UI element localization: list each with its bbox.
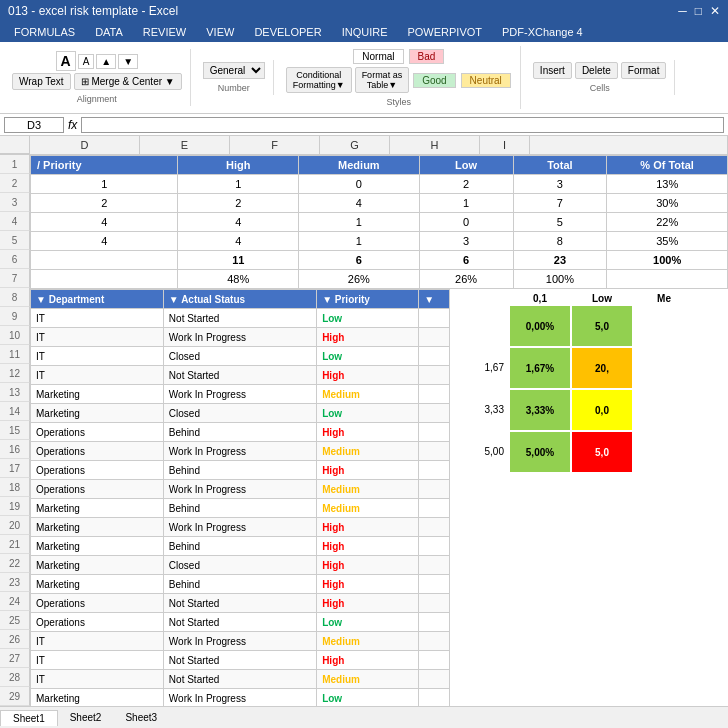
sheet-tab-2[interactable]: Sheet2 <box>58 710 114 725</box>
summary-cell-pct[interactable]: 13% <box>607 175 728 194</box>
list-cell-status[interactable]: Behind <box>163 461 316 480</box>
list-cell-dept[interactable]: IT <box>31 347 164 366</box>
tab-pdfxchange[interactable]: PDF-XChange 4 <box>492 22 593 42</box>
format-as-table-button[interactable]: Format asTable▼ <box>355 67 410 93</box>
sheet-tab-1[interactable]: Sheet1 <box>0 710 58 726</box>
list-cell-priority[interactable]: Medium <box>317 442 419 461</box>
summary-cell-priority[interactable]: 4 <box>31 213 178 232</box>
window-controls[interactable]: ─□✕ <box>678 4 720 18</box>
list-cell-status[interactable]: Behind <box>163 499 316 518</box>
font-increase-btn[interactable]: ▲ <box>96 54 116 69</box>
insert-button[interactable]: Insert <box>533 62 572 79</box>
list-cell-priority[interactable]: High <box>317 575 419 594</box>
style-normal[interactable]: Normal <box>353 49 403 64</box>
merge-center-button[interactable]: ⊞ Merge & Center ▼ <box>74 73 182 90</box>
list-cell-priority[interactable]: Medium <box>317 499 419 518</box>
list-cell-dept[interactable]: Marketing <box>31 518 164 537</box>
list-cell-dept[interactable]: Marketing <box>31 689 164 708</box>
summary-cell-total[interactable]: 3 <box>513 175 607 194</box>
list-cell-priority[interactable]: Low <box>317 404 419 423</box>
wrap-text-button[interactable]: Wrap Text <box>12 73 71 90</box>
style-neutral[interactable]: Neutral <box>461 73 511 88</box>
format-button[interactable]: Format <box>621 62 667 79</box>
list-cell-dept[interactable]: Marketing <box>31 499 164 518</box>
list-cell-status[interactable]: Work In Progress <box>163 480 316 499</box>
list-cell-priority[interactable]: High <box>317 518 419 537</box>
summary-cell-priority[interactable]: 1 <box>31 175 178 194</box>
summary-cell-low[interactable]: 0 <box>419 213 513 232</box>
list-cell-status[interactable]: Work In Progress <box>163 328 316 347</box>
list-cell-dept[interactable]: Operations <box>31 461 164 480</box>
list-cell-status[interactable]: Work In Progress <box>163 442 316 461</box>
style-bad[interactable]: Bad <box>409 49 445 64</box>
list-cell-status[interactable]: Behind <box>163 575 316 594</box>
summary-cell-low[interactable]: 2 <box>419 175 513 194</box>
list-cell-status[interactable]: Closed <box>163 347 316 366</box>
list-cell-status[interactable]: Not Started <box>163 594 316 613</box>
list-cell-status[interactable]: Work In Progress <box>163 632 316 651</box>
list-cell-dept[interactable]: Operations <box>31 613 164 632</box>
tab-developer[interactable]: DEVELOPER <box>244 22 331 42</box>
summary-cell-pct[interactable]: 22% <box>607 213 728 232</box>
list-cell-status[interactable]: Not Started <box>163 670 316 689</box>
list-cell-status[interactable]: Work In Progress <box>163 689 316 708</box>
list-cell-dept[interactable]: Operations <box>31 423 164 442</box>
tab-data[interactable]: DATA <box>85 22 133 42</box>
list-cell-dept[interactable]: Marketing <box>31 575 164 594</box>
list-cell-priority[interactable]: Medium <box>317 632 419 651</box>
summary-cell-total[interactable]: 7 <box>513 194 607 213</box>
list-cell-dept[interactable]: Operations <box>31 442 164 461</box>
list-cell-status[interactable]: Work In Progress <box>163 518 316 537</box>
list-cell-status[interactable]: Not Started <box>163 309 316 328</box>
list-cell-priority[interactable]: High <box>317 328 419 347</box>
sheet-tab-3[interactable]: Sheet3 <box>113 710 169 725</box>
summary-cell-pct[interactable]: 30% <box>607 194 728 213</box>
list-cell-status[interactable]: Work In Progress <box>163 385 316 404</box>
formula-input[interactable] <box>81 117 724 133</box>
list-cell-dept[interactable]: IT <box>31 366 164 385</box>
conditional-formatting-button[interactable]: ConditionalFormatting▼ <box>286 67 352 93</box>
tab-review[interactable]: REVIEW <box>133 22 196 42</box>
summary-cell-pct[interactable]: 35% <box>607 232 728 251</box>
summary-cell-low[interactable]: 1 <box>419 194 513 213</box>
list-cell-priority[interactable]: Medium <box>317 670 419 689</box>
number-format-select[interactable]: General <box>203 62 265 79</box>
list-cell-status[interactable]: Behind <box>163 537 316 556</box>
list-cell-dept[interactable]: Marketing <box>31 385 164 404</box>
style-good[interactable]: Good <box>413 73 455 88</box>
list-cell-status[interactable]: Not Started <box>163 651 316 670</box>
tab-view[interactable]: VIEW <box>196 22 244 42</box>
list-cell-dept[interactable]: Marketing <box>31 556 164 575</box>
list-cell-dept[interactable]: Marketing <box>31 537 164 556</box>
list-cell-status[interactable]: Behind <box>163 423 316 442</box>
tab-powerpivot[interactable]: POWERPIVOT <box>397 22 492 42</box>
list-cell-status[interactable]: Closed <box>163 556 316 575</box>
summary-cell-medium[interactable]: 1 <box>299 232 420 251</box>
list-cell-dept[interactable]: IT <box>31 328 164 347</box>
list-cell-dept[interactable]: Operations <box>31 480 164 499</box>
tab-formulas[interactable]: FORMULAS <box>4 22 85 42</box>
tab-inquire[interactable]: INQUIRE <box>332 22 398 42</box>
list-cell-priority[interactable]: Medium <box>317 385 419 404</box>
list-cell-priority[interactable]: Low <box>317 309 419 328</box>
list-cell-dept[interactable]: IT <box>31 651 164 670</box>
summary-cell-medium[interactable]: 1 <box>299 213 420 232</box>
list-cell-priority[interactable]: High <box>317 651 419 670</box>
summary-cell-high[interactable]: 4 <box>178 232 299 251</box>
summary-cell-medium[interactable]: 0 <box>299 175 420 194</box>
list-cell-priority[interactable]: High <box>317 366 419 385</box>
summary-cell-priority[interactable]: 2 <box>31 194 178 213</box>
list-cell-priority[interactable]: High <box>317 461 419 480</box>
list-cell-priority[interactable]: High <box>317 556 419 575</box>
summary-cell-total[interactable]: 8 <box>513 232 607 251</box>
list-cell-priority[interactable]: Low <box>317 347 419 366</box>
list-cell-dept[interactable]: IT <box>31 632 164 651</box>
list-cell-dept[interactable]: Operations <box>31 594 164 613</box>
list-cell-priority[interactable]: High <box>317 423 419 442</box>
list-cell-priority[interactable]: High <box>317 537 419 556</box>
list-cell-status[interactable]: Closed <box>163 404 316 423</box>
list-cell-priority[interactable]: High <box>317 594 419 613</box>
delete-button[interactable]: Delete <box>575 62 618 79</box>
summary-cell-low[interactable]: 3 <box>419 232 513 251</box>
summary-cell-high[interactable]: 2 <box>178 194 299 213</box>
